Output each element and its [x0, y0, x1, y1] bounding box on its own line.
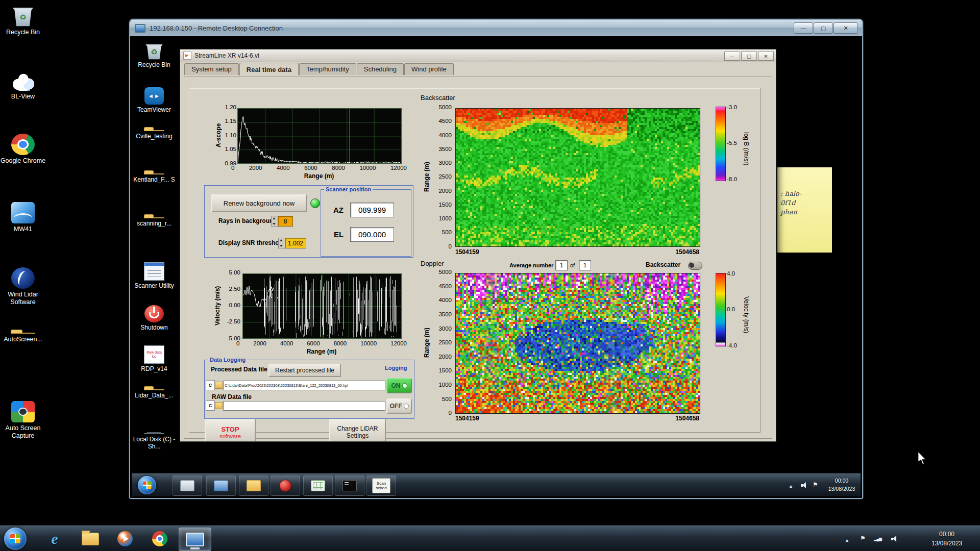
- network-icon[interactable]: [874, 535, 881, 542]
- remote-taskbar-button-folder[interactable]: [239, 475, 268, 496]
- tick-label: 0: [449, 410, 452, 416]
- desktop-icon-autoscreen-folder[interactable]: AutoScreen...: [0, 333, 46, 343]
- remote-clock[interactable]: 00:00 13/08/2023: [825, 477, 859, 493]
- remote-icon-lidar-data[interactable]: Lidar_Data_...: [133, 389, 176, 399]
- maximize-button[interactable]: ▢: [814, 22, 833, 34]
- remote-action-center-icon[interactable]: [813, 481, 818, 488]
- stop-software-button[interactable]: STOP software: [205, 419, 256, 442]
- remote-taskbar-button-power[interactable]: [271, 475, 300, 496]
- remote-icon-kentland[interactable]: Kentland_F... S: [133, 173, 176, 183]
- streamline-window: StreamLine XR v14-6.vi – ▢ ✕ System setu…: [180, 49, 776, 442]
- remote-icon-scanning[interactable]: scanning_r...: [133, 217, 176, 227]
- close-button[interactable]: ✕: [758, 52, 774, 61]
- el-value[interactable]: 090.000: [350, 227, 394, 242]
- tab-real-time-data[interactable]: Real time data: [239, 63, 299, 76]
- scan-label: Scan: [377, 481, 386, 486]
- rdp-titlebar[interactable]: 192.168.0.150 - Remote Desktop Connectio…: [130, 20, 862, 36]
- processed-logging-on-button[interactable]: ON: [386, 378, 412, 393]
- taskbar-button-chrome[interactable]: [144, 528, 176, 550]
- folder-icon: [144, 173, 164, 174]
- processed-drive-letter[interactable]: C: [206, 380, 215, 390]
- tick-label: 8000: [334, 341, 347, 347]
- sticky-note[interactable]: : halo- 0f1d phan: [777, 167, 832, 253]
- desktop-icon-label: Auto Screen Capture: [0, 424, 46, 440]
- remote-icon-scanner-utility[interactable]: Scanner Utility: [133, 262, 176, 289]
- remote-icon-label: Cville_testing: [133, 133, 176, 140]
- action-center-icon[interactable]: [860, 535, 866, 542]
- volume-icon[interactable]: [891, 536, 899, 542]
- taskbar-button-internet-explorer[interactable]: [39, 528, 70, 550]
- desktop-icon-google-chrome[interactable]: Google Chrome: [0, 134, 46, 165]
- tick-label: 0.00: [229, 303, 240, 309]
- remote-taskbar-button-spreadsheet[interactable]: [303, 475, 333, 496]
- raw-logging-off-button[interactable]: OFF: [386, 398, 412, 414]
- maximize-button[interactable]: ▢: [741, 52, 757, 61]
- remote-icon-label: scanning_r...: [133, 220, 176, 227]
- taskbar-button-explorer[interactable]: [75, 528, 106, 550]
- labview-icon: [183, 52, 191, 60]
- remote-taskbar-button-terminal[interactable]: [335, 475, 364, 496]
- close-button[interactable]: ✕: [834, 22, 858, 34]
- tick-label: 5000: [438, 105, 452, 111]
- tick-label: 1000: [438, 216, 452, 222]
- change-label2: Settings: [347, 432, 369, 439]
- remote-tray-expand-icon[interactable]: [789, 482, 793, 489]
- remote-taskbar-button-window[interactable]: [206, 475, 236, 496]
- raw-path-field[interactable]: [223, 401, 385, 411]
- snr-spinner[interactable]: [278, 238, 285, 248]
- desktop-icon-recycle-bin[interactable]: Recycle Bin: [0, 5, 46, 36]
- taskbar-button-remote-desktop[interactable]: [179, 528, 211, 551]
- start-button[interactable]: [4, 528, 27, 550]
- change-lidar-settings-button[interactable]: Change LiDAR Settings: [329, 419, 386, 442]
- average-number-value[interactable]: 1: [555, 260, 568, 270]
- tick-label: 12000: [390, 341, 407, 347]
- rays-value[interactable]: 8: [278, 216, 293, 227]
- tick-label: 500: [442, 396, 452, 403]
- host-desktop: Recycle Bin BL-View Google Chrome MW41 W…: [0, 0, 980, 551]
- remote-taskbar-button-keyboard[interactable]: [173, 475, 202, 496]
- velocity-x-ticks: 020004000600080001000012000: [236, 341, 407, 347]
- tab-system-setup[interactable]: System setup: [184, 63, 239, 75]
- desktop-icon-mw41[interactable]: MW41: [0, 202, 46, 233]
- host-clock-time: 00:00: [919, 530, 975, 539]
- tray-expand-icon[interactable]: [845, 536, 849, 543]
- remote-icon-rdp-v14[interactable]: Raw data loc RDP_v14: [133, 345, 176, 372]
- remote-volume-icon[interactable]: [801, 482, 808, 488]
- tick-label: 6000: [307, 341, 320, 347]
- remote-icon-shutdown[interactable]: Shutdown: [133, 305, 176, 331]
- tick-label: 1.15: [225, 118, 236, 124]
- remote-icon-local-disk[interactable]: Local Disk (C) - Sh...: [133, 433, 176, 450]
- remote-icon-label: RDP_v14: [133, 365, 176, 372]
- taskbar-button-media-player[interactable]: [109, 528, 141, 550]
- desktop-icon-auto-screen-capture[interactable]: Auto Screen Capture: [0, 401, 46, 440]
- tab-wind-profile[interactable]: Wind profile: [404, 63, 454, 75]
- raw-drive-letter[interactable]: C: [206, 400, 215, 411]
- minimize-button[interactable]: —: [794, 22, 813, 34]
- tab-temp-humidity[interactable]: Temp/humidity: [299, 63, 356, 75]
- restart-processed-file-button[interactable]: Restart processed file: [268, 364, 341, 377]
- tick-label: 4000: [438, 297, 452, 304]
- streamline-titlebar[interactable]: StreamLine XR v14-6.vi – ▢ ✕: [180, 49, 776, 62]
- snr-threshold-label: Display SNR threshold: [218, 239, 284, 246]
- desktop-icon-wind-lidar[interactable]: Wind Lidar Software: [0, 267, 46, 306]
- az-value[interactable]: 089.999: [350, 203, 394, 217]
- minimize-button[interactable]: –: [724, 52, 740, 61]
- remote-icon-teamviewer[interactable]: TeamViewer: [133, 87, 176, 113]
- renew-background-button[interactable]: Renew background now: [211, 194, 307, 212]
- tick-label: 1500: [438, 202, 452, 208]
- rays-spinner[interactable]: [271, 216, 278, 227]
- remote-taskbar-button-scan-sched[interactable]: Scan sched: [366, 475, 396, 496]
- keyboard-icon: [180, 480, 194, 491]
- snr-value[interactable]: 1.002: [285, 238, 306, 248]
- raw-browse-button[interactable]: [215, 402, 223, 409]
- backscatter-toggle[interactable]: [688, 262, 702, 270]
- remote-start-button[interactable]: [138, 476, 156, 494]
- processed-path-field[interactable]: C:\Lidar\Data\Proc\2023\202308\20230813\…: [223, 381, 385, 390]
- remote-icon-recycle-bin[interactable]: Recycle Bin: [133, 42, 176, 68]
- tab-scheduling[interactable]: Scheduling: [357, 63, 404, 75]
- average-of-count[interactable]: 1: [579, 260, 591, 270]
- desktop-icon-bl-view[interactable]: BL-View: [0, 69, 46, 101]
- remote-icon-cville-testing[interactable]: Cville_testing: [133, 130, 176, 140]
- processed-browse-button[interactable]: [215, 382, 223, 389]
- host-clock[interactable]: 00:00 13/08/2023: [919, 530, 975, 548]
